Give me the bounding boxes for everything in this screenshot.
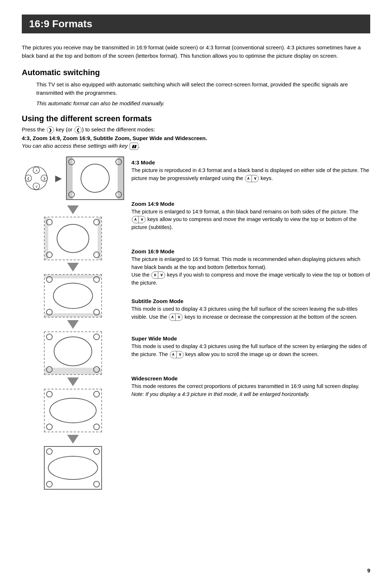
right-key-icon: ❯ [47,126,54,134]
corner-tl-149 [46,219,53,225]
remote-control-icon: ❮ ❯ ∧ ∨ [22,164,51,193]
automatic-switching-heading: Automatic switching [22,68,370,77]
corner-bl-169 [46,309,53,315]
mode-desc-subtitle: This mode is used to display 4:3 picture… [131,305,370,321]
mode-title-169: Zoom 16:9 Mode [131,248,370,254]
diagram-widescreen [44,446,102,490]
mode-title-4-3: 4:3 Mode [131,159,370,166]
up-down-key-4-3: ∧∨ [245,175,259,182]
corner-br-sub [93,366,100,373]
mode-desc-super-wide: This mode is used to display 4:3 picture… [131,343,370,359]
corner-tl [68,159,75,165]
down-arrow-icon-4 [67,377,79,386]
diagram-4-3 [66,156,124,200]
corner-tr-ws [93,448,100,455]
content-area: ❮ ❯ ∧ ∨ ▶ [22,156,370,490]
corner-tl-sub [46,334,53,340]
automatic-switching-body: This TV set is also equipped with automa… [36,80,370,97]
corner-br-sw [93,424,100,430]
corner-bl-sub [46,366,53,373]
page-number: 9 [367,567,370,573]
mode-title-subtitle: Subtitle Zoom Mode [131,298,370,304]
mode-entry-169: Zoom 16:9 Mode The picture is enlarged t… [131,248,370,287]
up-down-key-sub: ∧∨ [169,314,183,321]
mode-desc-widescreen: This mode restores the correct proportio… [131,383,370,399]
diagram-subtitle-zoom [44,331,102,375]
up-down-key-169: ∧∨ [151,271,165,279]
corner-tl-169 [46,276,53,283]
settings-key-icon: ▮▮ [130,143,138,150]
corner-tl-ws [46,448,53,455]
down-arrow-icon-5 [67,435,79,444]
mode-desc-169: The picture is enlarged to 16:9 format. … [131,256,370,287]
corner-tr-169 [93,276,100,283]
automatic-switching-note: This automatic format can also be modifi… [36,99,370,108]
corner-br-169 [93,309,100,315]
mode-title-widescreen: Widescreen Mode [131,375,370,381]
mode-entry-widescreen: Widescreen Mode This mode restores the c… [131,375,370,399]
arrow-3 [67,318,79,331]
page-title: 16:9 Formats [29,18,92,30]
mode-title-149: Zoom 14:9 Mode [131,201,370,207]
corner-bl-sw [46,424,53,430]
circle-subtitle [54,336,92,366]
corner-tl-sw [46,391,53,397]
diagram-super-wide [44,389,102,432]
corner-tr-sw [93,391,100,397]
arrow-4 [67,375,79,389]
corner-tr-sub [93,334,100,340]
mode-entry-super-wide: Super Wide Mode This mode is used to dis… [131,335,370,359]
svg-text:∨: ∨ [35,184,38,188]
intro-text: The pictures you receive may be transmit… [22,44,370,60]
corner-tr-149 [93,219,100,225]
arrow-1 [67,203,79,217]
left-key-icon: ❮ [74,126,82,134]
up-down-key-sw: ∧∨ [170,351,184,358]
down-arrow-icon-3 [67,320,79,329]
down-arrow-icon-1 [67,205,79,214]
corner-bl [68,191,75,198]
circle-149 [57,224,89,253]
widescreen-note: Note: If you display a 4:3 picture in th… [131,391,310,397]
mode-title-super-wide: Super Wide Mode [131,335,370,342]
diagram-zoom-169 [44,274,102,318]
arrow-5 [67,432,79,446]
down-arrow-icon-2 [67,263,79,271]
corner-br-149 [93,252,100,258]
corner-br [115,191,122,198]
mode-entry-4-3: 4:3 Mode The picture is reproduced in 4:… [131,159,370,183]
diagram-zoom-149 [44,217,102,260]
circle-super-wide [49,398,97,423]
svg-text:∧: ∧ [35,168,38,172]
mode-entry-149: Zoom 14:9 Mode The picture is enlarged t… [131,201,370,232]
corner-bl-ws [46,481,53,487]
circle-4-3 [81,164,110,193]
up-down-key-149: ∧∨ [132,216,146,223]
using-intro: Press the ❯ key (or ❮) to select the dif… [22,126,370,134]
svg-text:❮: ❮ [27,176,30,181]
circle-widescreen [48,456,98,480]
mode-desc-4-3: The picture is reproduced in 4:3 format … [131,167,370,183]
corner-bl-149 [46,252,53,258]
modes-access-note: You can also access these settings with … [22,143,370,150]
svg-text:❯: ❯ [43,176,46,181]
mode-entry-subtitle: Subtitle Zoom Mode This mode is used to … [131,298,370,321]
corner-tr [115,159,122,165]
modes-list: 4:3, Zoom 14:9, Zoom 16:9, Subtitle Zoom… [22,135,370,141]
corner-br-ws [93,481,100,487]
remote-arrow-row: ❮ ❯ ∧ ∨ ▶ [22,156,124,200]
using-heading: Using the different screen formats [22,114,370,123]
circle-169 [53,283,93,309]
right-arrow-icon: ▶ [55,173,62,183]
title-bar: 16:9 Formats [22,15,370,33]
arrow-2 [67,260,79,274]
right-column: 4:3 Mode The picture is reproduced in 4:… [131,156,370,405]
mode-desc-149: The picture is enlarged to 14:9 format, … [131,208,370,232]
left-column: ❮ ❯ ∧ ∨ ▶ [22,156,124,490]
